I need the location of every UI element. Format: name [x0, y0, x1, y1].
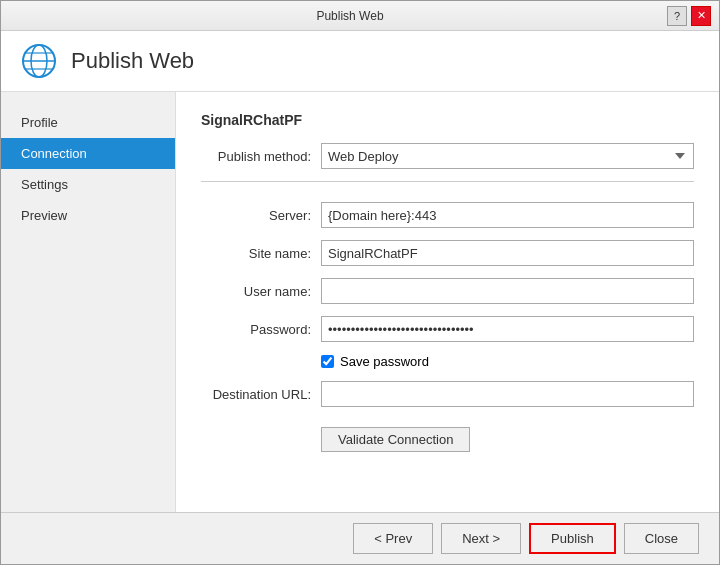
user-name-row: User name: [201, 278, 694, 304]
user-name-label: User name: [201, 284, 321, 299]
form-divider [201, 181, 694, 182]
help-button[interactable]: ? [667, 6, 687, 26]
footer: < Prev Next > Publish Close [1, 512, 719, 564]
title-bar-controls: ? ✕ [667, 6, 711, 26]
site-name-label: Site name: [201, 246, 321, 261]
password-input[interactable] [321, 316, 694, 342]
sidebar-item-profile[interactable]: Profile [1, 107, 175, 138]
header-section: Publish Web [1, 31, 719, 92]
sidebar-item-settings[interactable]: Settings [1, 169, 175, 200]
publish-web-window: Publish Web ? ✕ Publish Web Profile Conn… [0, 0, 720, 565]
password-row: Password: [201, 316, 694, 342]
save-password-label[interactable]: Save password [340, 354, 429, 369]
title-bar: Publish Web ? ✕ [1, 1, 719, 31]
header-title: Publish Web [71, 48, 194, 74]
footer-close-button[interactable]: Close [624, 523, 699, 554]
user-name-input[interactable] [321, 278, 694, 304]
server-row: Server: [201, 202, 694, 228]
site-name-input[interactable] [321, 240, 694, 266]
main-content: SignalRChatPF Publish method: Web Deploy… [176, 92, 719, 512]
site-name-row: Site name: [201, 240, 694, 266]
section-title: SignalRChatPF [201, 112, 694, 128]
close-button[interactable]: ✕ [691, 6, 711, 26]
save-password-row: Save password [201, 354, 694, 369]
server-input[interactable] [321, 202, 694, 228]
sidebar-item-preview[interactable]: Preview [1, 200, 175, 231]
sidebar-item-connection[interactable]: Connection [1, 138, 175, 169]
content-area: Profile Connection Settings Preview Sign… [1, 92, 719, 512]
publish-method-row: Publish method: Web Deploy FTP File Syst… [201, 143, 694, 169]
window-title: Publish Web [33, 9, 667, 23]
publish-method-label: Publish method: [201, 149, 321, 164]
sidebar: Profile Connection Settings Preview [1, 92, 176, 512]
destination-url-label: Destination URL: [201, 387, 321, 402]
validate-connection-button[interactable]: Validate Connection [321, 427, 470, 452]
prev-button[interactable]: < Prev [353, 523, 433, 554]
globe-icon [21, 43, 57, 79]
publish-method-select[interactable]: Web Deploy FTP File System [321, 143, 694, 169]
publish-button[interactable]: Publish [529, 523, 616, 554]
save-password-checkbox[interactable] [321, 355, 334, 368]
next-button[interactable]: Next > [441, 523, 521, 554]
password-label: Password: [201, 322, 321, 337]
destination-url-input[interactable] [321, 381, 694, 407]
destination-url-row: Destination URL: [201, 381, 694, 407]
server-label: Server: [201, 208, 321, 223]
